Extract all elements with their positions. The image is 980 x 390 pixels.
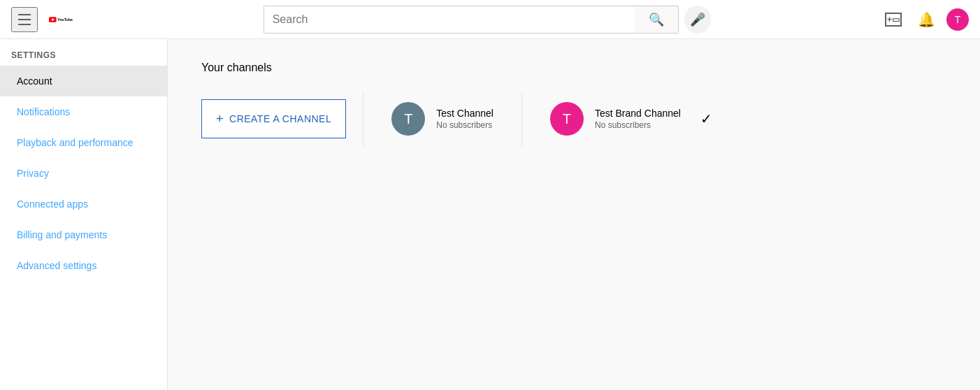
notifications-button[interactable]: 🔔 — [913, 6, 941, 34]
header-center: 🔍 🎤 — [264, 6, 711, 34]
hamburger-menu-button[interactable] — [11, 7, 38, 32]
channel-info-test: Test Channel No subscribers — [436, 108, 493, 130]
search-button[interactable]: 🔍 — [634, 6, 679, 34]
main-content: Your channels + CREATE A CHANNEL T Test … — [168, 39, 980, 390]
notifications-icon: 🔔 — [918, 11, 935, 28]
header-right: +▭ 🔔 T — [879, 6, 969, 34]
channel-subs-test: No subscribers — [436, 120, 493, 130]
channel-item-test-brand-channel[interactable]: T Test Brand Channel No subscribers — [539, 94, 692, 144]
channels-container: + CREATE A CHANNEL T Test Channel No sub… — [201, 91, 946, 147]
settings-section-title: SETTINGS — [0, 39, 167, 66]
channel-subs-brand: No subscribers — [595, 120, 681, 130]
avatar-letter: T — [955, 14, 961, 25]
sidebar: SETTINGS Account Notifications Playback … — [0, 39, 168, 390]
sidebar-item-privacy[interactable]: Privacy — [0, 158, 167, 189]
sidebar-item-account[interactable]: Account — [0, 66, 167, 96]
sidebar-item-notifications[interactable]: Notifications — [0, 96, 167, 127]
channel-divider-1 — [363, 91, 363, 147]
channel-name-brand: Test Brand Channel — [595, 108, 681, 119]
svg-text:YouTube: YouTube — [57, 17, 73, 21]
create-channel-label: CREATE A CHANNEL — [229, 113, 331, 124]
sidebar-item-billing[interactable]: Billing and payments — [0, 219, 167, 250]
sidebar-item-connected-apps[interactable]: Connected apps — [0, 189, 167, 219]
create-video-icon: +▭ — [885, 13, 902, 27]
channel-avatar-brand: T — [550, 102, 584, 136]
youtube-logo-icon: YouTube — [49, 11, 73, 28]
create-channel-button[interactable]: + CREATE A CHANNEL — [201, 99, 346, 138]
header: YouTube 🔍 🎤 +▭ 🔔 T — [0, 0, 980, 39]
plus-icon: + — [216, 112, 224, 127]
sidebar-item-playback[interactable]: Playback and performance — [0, 127, 167, 158]
channel-divider-2 — [521, 91, 522, 147]
microphone-button[interactable]: 🎤 — [684, 6, 710, 34]
sidebar-item-advanced[interactable]: Advanced settings — [0, 250, 167, 281]
user-avatar-button[interactable]: T — [946, 8, 969, 31]
page-title: Your channels — [201, 62, 946, 74]
search-icon: 🔍 — [649, 12, 664, 27]
header-left: YouTube — [11, 7, 179, 32]
channel-info-brand: Test Brand Channel No subscribers — [595, 108, 681, 130]
channel-item-brand-wrapper: T Test Brand Channel No subscribers ✓ — [539, 94, 712, 144]
microphone-icon: 🎤 — [690, 12, 705, 27]
channel-item-test-channel[interactable]: T Test Channel No subscribers — [380, 94, 505, 144]
youtube-logo[interactable]: YouTube — [49, 11, 73, 28]
search-input[interactable] — [264, 6, 635, 34]
search-form: 🔍 — [264, 6, 679, 34]
channel-avatar-test: T — [391, 102, 425, 136]
channel-selected-checkmark: ✓ — [700, 110, 712, 127]
create-video-button[interactable]: +▭ — [879, 6, 907, 34]
page-layout: SETTINGS Account Notifications Playback … — [0, 39, 980, 390]
channel-name-test: Test Channel — [436, 108, 493, 119]
